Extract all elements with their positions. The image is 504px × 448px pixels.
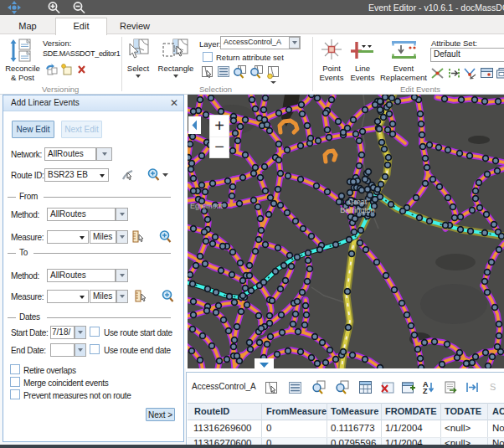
svg-text:Egremont: Egremont xyxy=(190,202,224,210)
svg-text:Great: Great xyxy=(348,198,368,206)
svg-text:Z: Z xyxy=(423,387,428,394)
svg-text:Barrington: Barrington xyxy=(340,206,375,214)
svg-text:S: S xyxy=(490,382,496,392)
